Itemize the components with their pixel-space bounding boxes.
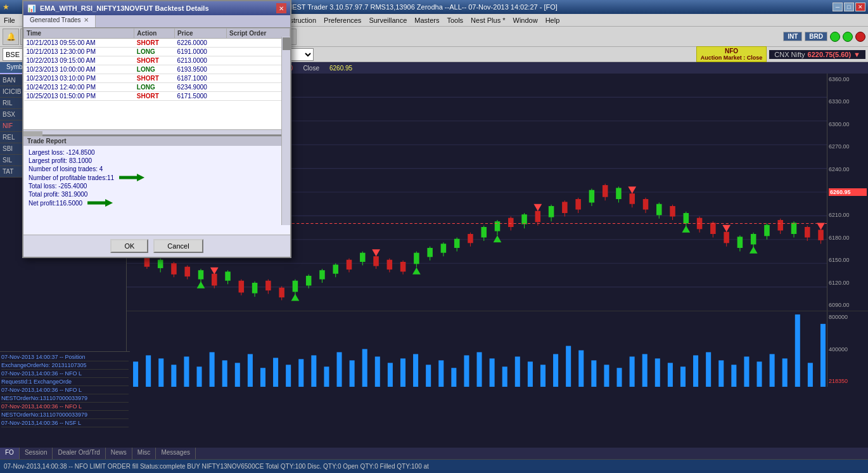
tab-dealer[interactable]: Dealer Ord/Trd xyxy=(53,448,105,459)
menu-preferences[interactable]: Preferences xyxy=(320,16,365,25)
price-6150: 6150.00 xyxy=(829,257,867,263)
menu-masters[interactable]: Masters xyxy=(411,16,443,25)
log-line: 07-Nov-2013,14:00:36 -- NFO L xyxy=(1,403,129,411)
tab-fo[interactable]: FO xyxy=(0,448,20,459)
svg-rect-77 xyxy=(589,190,595,203)
trade-action: SHORT xyxy=(134,56,175,65)
report-item: Total loss: -265.4000 xyxy=(29,182,285,190)
svg-rect-89 xyxy=(670,206,675,217)
report-item: Largest profit: 83.1000 xyxy=(29,157,285,165)
svg-rect-146 xyxy=(311,355,316,387)
menu-file[interactable]: File xyxy=(0,16,19,25)
svg-rect-147 xyxy=(324,366,329,387)
report-label: Net profit: xyxy=(29,200,56,207)
trade-action: SHORT xyxy=(134,39,175,48)
svg-rect-101 xyxy=(751,234,756,245)
svg-rect-167 xyxy=(578,350,584,387)
svg-rect-171 xyxy=(630,356,635,387)
tab-session[interactable]: Session xyxy=(20,448,53,459)
volume-chart: 800000 400000 218350 xyxy=(127,311,827,387)
report-item: Largest loss: -124.8500 xyxy=(29,148,285,157)
trade-time: 10/21/2013 09:55:00 AM xyxy=(24,39,134,48)
chart-close-value: 6260.95 xyxy=(329,65,352,72)
trade-time: 10/25/2013 01:50:00 PM xyxy=(24,92,134,101)
svg-rect-23 xyxy=(225,271,231,280)
svg-rect-180 xyxy=(744,356,749,387)
svg-rect-83 xyxy=(629,193,635,204)
svg-rect-184 xyxy=(795,314,800,387)
modal-scrollbar-thumb[interactable] xyxy=(283,37,290,50)
backtest-close-btn[interactable]: ✕ xyxy=(276,3,286,13)
backtest-tabs: Generated Trades ✕ xyxy=(23,15,290,28)
price-6360: 6360.00 xyxy=(829,76,867,82)
brd-btn[interactable]: BRD xyxy=(805,32,827,41)
backtest-title-bar: 📊 EMA_WITH_RSI_NIFTY13NOVFUT Backtest De… xyxy=(23,1,290,15)
report-content: Largest loss: -124.8500Largest profit: 8… xyxy=(23,146,290,235)
generated-trades-tab[interactable]: Generated Trades ✕ xyxy=(23,15,96,27)
report-label: Number of losing trades: xyxy=(29,165,98,172)
tab-messages[interactable]: Messages xyxy=(156,448,196,459)
svg-rect-186 xyxy=(820,324,826,387)
minimize-btn[interactable]: ─ xyxy=(833,3,843,11)
trade-price: 6171.5000 xyxy=(175,92,227,101)
trade-report-header: Trade Report ✕ xyxy=(23,135,290,146)
menu-help[interactable]: Help xyxy=(542,16,564,25)
int-btn[interactable]: INT xyxy=(783,32,802,41)
menu-surveillance[interactable]: Surveillance xyxy=(365,16,411,25)
svg-rect-143 xyxy=(273,358,278,387)
svg-rect-45 xyxy=(373,256,379,266)
price-6180: 6180.00 xyxy=(829,235,867,241)
svg-rect-157 xyxy=(451,368,456,387)
tab-misc[interactable]: Misc xyxy=(132,448,156,459)
trade-order xyxy=(227,74,290,83)
svg-rect-156 xyxy=(438,360,444,387)
highlight-arrow xyxy=(87,199,113,207)
cancel-btn[interactable]: Cancel xyxy=(153,239,203,253)
svg-rect-161 xyxy=(502,366,507,387)
trade-action: LONG xyxy=(134,48,175,56)
log-line: 07-Nov-2013,14:00:36 -- NSF L xyxy=(1,419,129,427)
svg-rect-85 xyxy=(643,199,649,210)
svg-rect-137 xyxy=(197,366,202,387)
log-line: NESTOrderNo:131107000033979 xyxy=(1,394,129,403)
price-axis: 6360.00 6330.00 6300.00 6270.00 6240.00 … xyxy=(827,74,868,311)
svg-rect-13 xyxy=(158,260,163,268)
toolbar-btn-1[interactable]: 🔔 xyxy=(3,29,19,45)
report-item: Total profit: 381.9000 xyxy=(29,190,285,198)
price-6300: 6300.00 xyxy=(829,121,867,127)
tab-news[interactable]: News xyxy=(106,448,132,459)
col-action: Action xyxy=(134,29,175,39)
svg-rect-154 xyxy=(413,354,418,387)
backtest-modal: 📊 EMA_WITH_RSI_NIFTY13NOVFUT Backtest De… xyxy=(22,0,291,258)
svg-rect-162 xyxy=(515,356,520,387)
backtest-title-text: EMA_WITH_RSI_NIFTY13NOVFUT Backtest Deta… xyxy=(36,4,276,12)
trade-time: 10/21/2013 12:30:00 PM xyxy=(24,48,134,56)
report-value: 83.1000 xyxy=(69,157,92,164)
svg-rect-160 xyxy=(490,358,495,387)
menu-tools[interactable]: Tools xyxy=(443,16,467,25)
title-icon: ★ xyxy=(0,3,12,11)
trades-table-container[interactable]: Time Action Price Script Order 10/21/201… xyxy=(23,28,290,129)
ok-btn[interactable]: OK xyxy=(110,239,148,253)
modal-scrollbar[interactable] xyxy=(281,37,290,225)
window-controls[interactable]: ─ □ ✕ xyxy=(833,3,868,11)
close-tab-btn[interactable]: ✕ xyxy=(84,16,89,23)
trade-time: 10/24/2013 12:40:00 PM xyxy=(24,83,134,92)
col-time: Time xyxy=(24,29,134,39)
menu-window[interactable]: Window xyxy=(509,16,542,25)
svg-rect-103 xyxy=(764,225,770,236)
svg-rect-49 xyxy=(400,262,406,271)
svg-rect-145 xyxy=(298,359,303,387)
svg-rect-134 xyxy=(158,358,163,387)
svg-rect-170 xyxy=(617,368,622,387)
maximize-btn[interactable]: □ xyxy=(844,3,854,11)
log-line: 07-Nov-2013 14:00:37 -- Position xyxy=(1,353,129,361)
svg-rect-149 xyxy=(350,360,355,387)
trade-row: 10/21/2013 12:30:00 PMLONG6191.0000 xyxy=(24,48,290,56)
menu-nest-plus-*[interactable]: Nest Plus * xyxy=(467,16,509,25)
svg-rect-169 xyxy=(604,365,609,387)
svg-rect-165 xyxy=(553,354,558,387)
trades-scrollbar-thumb[interactable] xyxy=(23,131,42,136)
close-btn[interactable]: ✕ xyxy=(855,3,865,11)
svg-rect-37 xyxy=(319,270,325,279)
